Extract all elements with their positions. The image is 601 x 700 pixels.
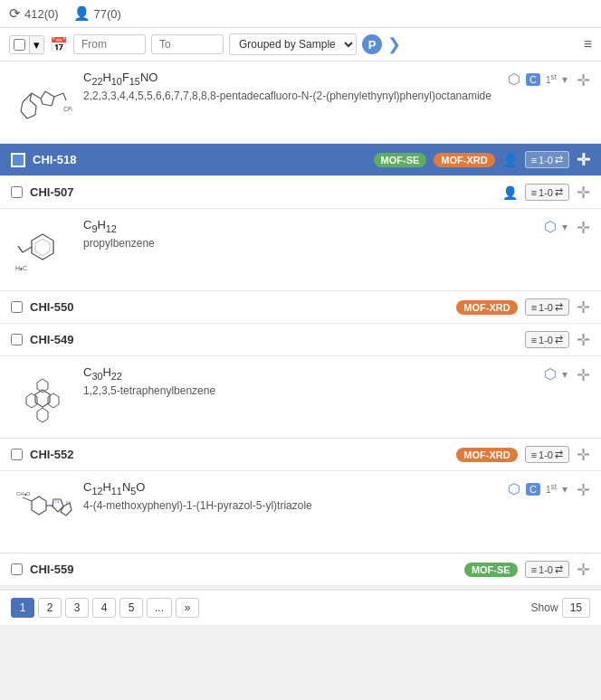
list-icon-507: ≡ (531, 187, 537, 198)
checkbox-552[interactable] (11, 449, 23, 460)
compound-actions-549: ⬡ ▾ (544, 365, 568, 383)
chi-label-559[interactable]: CHI-559 (30, 563, 73, 576)
chi-label-552[interactable]: CHI-552 (30, 448, 73, 461)
chevron-down-549[interactable]: ▾ (562, 368, 568, 381)
selector-val-518: 1-0 (539, 155, 553, 166)
page-btn-4[interactable]: 4 (92, 598, 116, 618)
top-compound-card: CF₃ C22H10F15NO ⬡ C 1st ▾ 2,2,3,3,4,4,5,… (0, 61, 601, 144)
move-icon-552[interactable]: ✛ (577, 445, 590, 465)
people-stat: 👤 77(0) (73, 5, 121, 22)
svg-line-7 (21, 102, 23, 111)
selector-550[interactable]: ≡ 1-0 ⇄ (525, 298, 569, 316)
people-count: 77(0) (94, 7, 121, 21)
pagination-bar: 1 2 3 4 5 ... » Show 15 (0, 590, 601, 625)
page-btn-ellipsis[interactable]: ... (147, 598, 172, 618)
compound-actions-507: ⬡ ▾ (544, 218, 568, 235)
chi-row-549: CHI-549 ≡ 1-0 ⇄ ✛ (0, 324, 601, 356)
chevron-down-507[interactable]: ▾ (562, 221, 568, 233)
compound-formula-507: C9H12 (83, 218, 117, 234)
selector-559[interactable]: ≡ 1-0 ⇄ (525, 561, 569, 578)
dropdown-arrow-icon[interactable]: ▾ (29, 36, 43, 53)
toolbar: ▾ 📅 Grouped by Sample P ❯ ≡ (0, 28, 601, 61)
checkbox-507[interactable] (11, 186, 23, 198)
select-all-dropdown[interactable]: ▾ (9, 35, 44, 54)
compound-card-507: H₃C C9H12 ⬡ ▾ propylbenzene ✛ (0, 209, 601, 291)
svg-line-11 (30, 100, 36, 106)
chi-label-550[interactable]: CHI-550 (30, 300, 73, 314)
show-count: 15 (562, 598, 590, 618)
compound-name-top: 2,2,3,3,4,4,5,5,6,6,7,7,8,8,8-pentadecaf… (83, 89, 568, 104)
date-from-input[interactable] (73, 34, 146, 54)
chi-label-507[interactable]: CHI-507 (30, 185, 73, 199)
chevron-down-top[interactable]: ▾ (562, 73, 568, 86)
selector-arrow-507: ⇄ (555, 186, 563, 198)
chi-row-518: CHI-518 MOF-SE MOF-XRD 👤 ≡ 1-0 ⇄ ✛ (0, 144, 601, 176)
svg-text:H₃C: H₃C (15, 265, 27, 271)
svg-line-5 (43, 104, 52, 106)
page-btn-3[interactable]: 3 (65, 598, 89, 618)
svg-line-6 (41, 99, 43, 104)
svg-line-31 (23, 497, 32, 501)
group-by-select[interactable]: Grouped by Sample (229, 33, 357, 55)
move-icon-507[interactable]: ✛ (577, 183, 590, 203)
compound-formula-top: C22H10F15NO (83, 71, 157, 87)
selector-arrow-552: ⇄ (555, 449, 563, 460)
move-icon-card-507[interactable]: ✛ (577, 218, 590, 238)
person-icon-518: 👤 (502, 153, 518, 167)
move-icon-559[interactable]: ✛ (577, 560, 590, 580)
people-icon: 👤 (73, 5, 91, 22)
checkbox-559[interactable] (11, 563, 23, 575)
chi-label-549[interactable]: CHI-549 (30, 333, 73, 346)
svg-line-4 (52, 97, 54, 106)
move-icon-550[interactable]: ✛ (577, 298, 590, 317)
add-btn-518[interactable]: ✛ (577, 150, 590, 170)
move-icon-top[interactable]: ✛ (577, 71, 590, 90)
compound-structure-552: CH₃O N N (11, 480, 74, 544)
page-btn-next[interactable]: » (176, 598, 199, 618)
page-btn-2[interactable]: 2 (38, 598, 62, 618)
chi-row-552: CHI-552 MOF-XRD ≡ 1-0 ⇄ ✛ (0, 439, 601, 471)
compound-info-top: C22H10F15NO ⬡ C 1st ▾ 2,2,3,3,4,4,5,5,6,… (83, 71, 568, 103)
selector-val-552: 1-0 (539, 449, 553, 460)
compound-structure-549 (11, 365, 74, 429)
expand-chevron-icon[interactable]: ❯ (387, 34, 401, 54)
badge-mof-xrd-518: MOF-XRD (434, 153, 494, 167)
first-badge-top: 1st (546, 72, 557, 85)
page-btn-5[interactable]: 5 (119, 598, 143, 618)
selector-552[interactable]: ≡ 1-0 ⇄ (525, 446, 569, 463)
page-btn-1[interactable]: 1 (11, 598, 34, 618)
selected-indicator-518 (11, 153, 25, 167)
svg-line-9 (27, 115, 35, 118)
list-icon-559: ≡ (531, 564, 537, 575)
svg-line-2 (41, 91, 45, 99)
selector-val-559: 1-0 (539, 564, 553, 575)
checkbox-549[interactable] (11, 334, 23, 345)
compound-info-507: C9H12 ⬡ ▾ propylbenzene (83, 218, 568, 251)
compound-actions-top: ⬡ C 1st ▾ (508, 71, 568, 88)
move-icon-card-549[interactable]: ✛ (577, 365, 590, 385)
select-all-checkbox[interactable] (14, 39, 25, 51)
selector-507[interactable]: ≡ 1-0 ⇄ (525, 184, 569, 201)
checkbox-550[interactable] (11, 301, 23, 313)
ring-icon-552[interactable]: ⬡ (508, 480, 520, 497)
badge-mof-xrd-552: MOF-XRD (456, 448, 517, 462)
chi-label-518[interactable]: CHI-518 (33, 153, 76, 166)
p-filter-badge[interactable]: P (362, 34, 382, 54)
selector-518[interactable]: ≡ 1-0 ⇄ (525, 151, 569, 168)
chevron-down-552[interactable]: ▾ (562, 483, 568, 496)
ring-icon-507[interactable]: ⬡ (544, 218, 557, 235)
calendar-icon[interactable]: 📅 (50, 36, 68, 53)
ring-icon-top[interactable]: ⬡ (508, 71, 520, 88)
molecule-svg-552: CH₃O N N (14, 483, 72, 542)
move-icon-549[interactable]: ✛ (577, 330, 590, 350)
move-icon-card-552[interactable]: ✛ (577, 480, 590, 500)
badge-mof-xrd-550: MOF-XRD (456, 300, 517, 315)
compound-name-552: 4-(4-methoxyphenyl)-1-(1H-pyrazol-5-yl)t… (83, 498, 568, 514)
filter-icon[interactable]: ≡ (584, 36, 592, 52)
date-to-input[interactable] (151, 34, 224, 54)
selector-549[interactable]: ≡ 1-0 ⇄ (525, 331, 569, 348)
chi-row-550: CHI-550 MOF-XRD ≡ 1-0 ⇄ ✛ (0, 291, 601, 324)
ring-icon-549[interactable]: ⬡ (544, 365, 557, 383)
selector-arrow-559: ⇄ (555, 563, 563, 575)
compounds-stat: ⟳ 412(0) (9, 5, 59, 22)
